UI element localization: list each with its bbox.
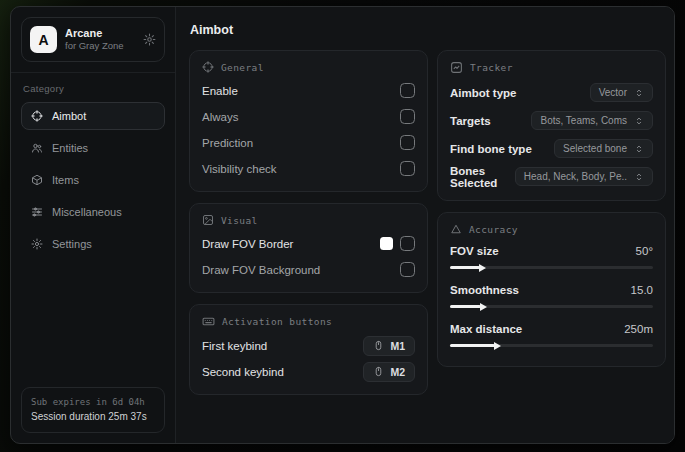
sidebar-item-aimbot[interactable]: Aimbot — [21, 102, 165, 130]
slider-label: Max distance — [450, 323, 522, 335]
card-title: Visual — [221, 215, 258, 226]
setting-label: Bones Selected — [450, 165, 515, 189]
sidebar-item-entities[interactable]: Entities — [21, 134, 165, 162]
select-value: Bots, Teams, Coms — [540, 115, 627, 126]
slider-fill[interactable] — [450, 344, 495, 347]
find-bone-type-select[interactable]: Selected bone — [554, 139, 653, 158]
setting-label: Second keybind — [202, 366, 284, 378]
sidebar-item-label: Miscellaneous — [52, 206, 122, 218]
accuracy-card: Accuracy FOV size 50° Smoothness — [437, 212, 666, 367]
slider-label: FOV size — [450, 245, 499, 257]
fov-size-slider[interactable] — [450, 266, 653, 269]
bones-selected-select[interactable]: Head, Neck, Body, Pe.. — [515, 167, 653, 186]
setting-label: First keybind — [202, 340, 267, 352]
chevrons-up-down-icon — [634, 88, 644, 98]
session-duration-text: Session duration 25m 37s — [31, 409, 155, 424]
category-label: Category — [23, 83, 163, 94]
targets-select[interactable]: Bots, Teams, Coms — [531, 111, 653, 130]
brand-subtitle: for Gray Zone — [65, 40, 135, 52]
draw-fov-background-checkbox[interactable] — [400, 262, 415, 277]
mouse-icon — [373, 340, 384, 351]
sidebar-item-miscellaneous[interactable]: Miscellaneous — [21, 198, 165, 226]
mouse-icon — [373, 366, 384, 377]
select-value: Head, Neck, Body, Pe.. — [524, 171, 627, 182]
crosshair-icon — [202, 61, 214, 73]
card-title: Accuracy — [469, 224, 518, 235]
card-title: Activation buttons — [222, 316, 332, 327]
sidebar-item-label: Entities — [52, 142, 88, 154]
sidebar: A Arcane for Gray Zone Category Aimbot E… — [11, 7, 176, 443]
slider-fill[interactable] — [450, 266, 480, 269]
setting-row: First keybind M1 — [202, 334, 415, 357]
slider-group: Smoothness 15.0 — [450, 280, 653, 308]
card-title: General — [221, 62, 264, 73]
subscription-status: Sub expires in 6d 04h Session duration 2… — [21, 387, 165, 434]
setting-label: Targets — [450, 115, 491, 127]
setting-label: Draw FOV Background — [202, 264, 320, 276]
setting-label: Prediction — [202, 137, 253, 149]
prediction-checkbox[interactable] — [400, 135, 415, 150]
card-title: Tracker — [470, 62, 513, 73]
page-title: Aimbot — [190, 23, 233, 37]
slider-group: Max distance 250m — [450, 319, 653, 347]
setting-row: Targets Bots, Teams, Coms — [450, 108, 653, 133]
setting-row: Always — [202, 105, 415, 128]
slider-value: 250m — [624, 323, 653, 335]
setting-label: Visibility check — [202, 163, 277, 175]
package-icon — [31, 174, 43, 186]
setting-row: Bones Selected Head, Neck, Body, Pe.. — [450, 164, 653, 189]
setting-row: Second keybind M2 — [202, 360, 415, 383]
first-keybind-button[interactable]: M1 — [363, 336, 415, 356]
setting-label: Find bone type — [450, 143, 532, 155]
setting-row: Draw FOV Background — [202, 258, 415, 281]
setting-row: Draw FOV Border — [202, 232, 415, 255]
image-icon — [202, 214, 214, 226]
sub-expiry-text: Sub expires in 6d 04h — [31, 396, 155, 410]
visibility-check-checkbox[interactable] — [400, 161, 415, 176]
divider — [11, 72, 175, 73]
max-distance-slider[interactable] — [450, 344, 653, 347]
draw-fov-border-checkbox[interactable] — [400, 236, 415, 251]
trend-chart-icon — [450, 61, 463, 74]
enable-checkbox[interactable] — [400, 83, 415, 98]
sidebar-item-label: Settings — [52, 238, 92, 250]
keybind-value: M2 — [390, 366, 405, 378]
smoothness-slider[interactable] — [450, 305, 653, 308]
keybind-value: M1 — [390, 340, 405, 352]
gear-icon[interactable] — [143, 33, 156, 46]
slider-label: Smoothness — [450, 284, 519, 296]
fov-border-color-swatch[interactable] — [380, 237, 393, 250]
aimbot-type-select[interactable]: Vector — [590, 83, 653, 102]
chevrons-up-down-icon — [634, 144, 644, 154]
chevrons-up-down-icon — [634, 172, 644, 182]
users-icon — [31, 142, 43, 154]
setting-row: Enable — [202, 79, 415, 102]
setting-row: Visibility check — [202, 157, 415, 180]
select-value: Selected bone — [563, 143, 627, 154]
crosshair-icon — [31, 110, 43, 122]
sliders-icon — [31, 206, 43, 218]
visual-card: Visual Draw FOV Border Draw FOV Backgrou… — [189, 203, 428, 293]
second-keybind-button[interactable]: M2 — [363, 362, 415, 382]
brand-logo: A — [30, 26, 57, 53]
setting-label: Enable — [202, 85, 238, 97]
slider-fill[interactable] — [450, 305, 481, 308]
chevrons-up-down-icon — [634, 116, 644, 126]
select-value: Vector — [599, 87, 627, 98]
app-window: A Arcane for Gray Zone Category Aimbot E… — [10, 6, 675, 444]
slider-value: 50° — [636, 245, 653, 257]
main-header: Aimbot — [176, 7, 674, 48]
sidebar-item-settings[interactable]: Settings — [21, 230, 165, 258]
general-card: General Enable Always Prediction — [189, 50, 428, 192]
setting-label: Always — [202, 111, 238, 123]
setting-label: Draw FOV Border — [202, 238, 293, 250]
brand-name: Arcane — [65, 27, 135, 41]
activation-buttons-card: Activation buttons First keybind M1 Seco… — [189, 304, 428, 395]
setting-row: Find bone type Selected bone — [450, 136, 653, 161]
slider-group: FOV size 50° — [450, 241, 653, 269]
main-panel: Aimbot General Enable — [176, 7, 674, 443]
slider-value: 15.0 — [631, 284, 653, 296]
sidebar-item-items[interactable]: Items — [21, 166, 165, 194]
setting-row: Prediction — [202, 131, 415, 154]
always-checkbox[interactable] — [400, 109, 415, 124]
